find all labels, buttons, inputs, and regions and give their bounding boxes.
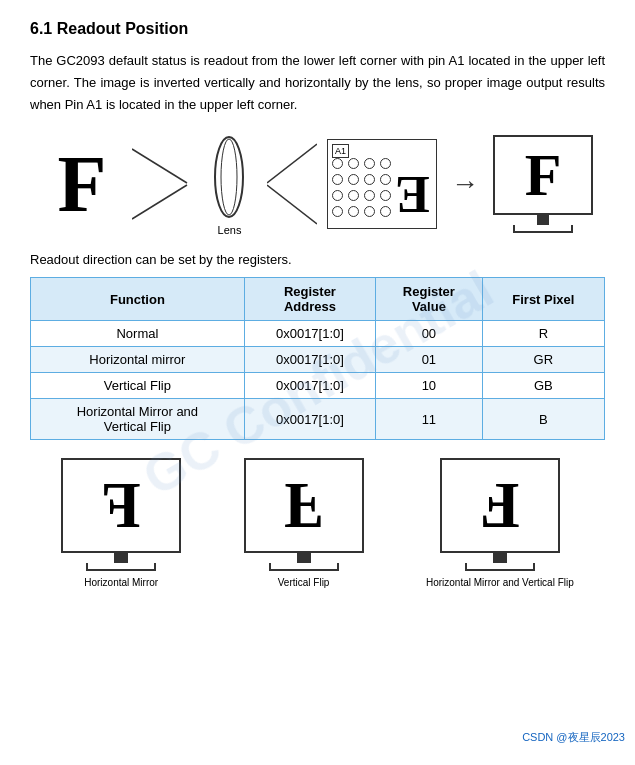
cell-address: 0x0017[1:0] bbox=[244, 321, 375, 347]
monitor-screen-both: F bbox=[440, 458, 560, 553]
monitor-vertical-flip: F Vertical Flip bbox=[244, 458, 364, 588]
cell-pixel: R bbox=[482, 321, 604, 347]
copyright-badge: CSDN @夜星辰2023 bbox=[522, 730, 625, 745]
svg-line-5 bbox=[267, 185, 317, 224]
monitor-neck-hm bbox=[114, 553, 128, 563]
body-paragraph: The GC2093 default status is readout fro… bbox=[30, 50, 605, 116]
svg-point-2 bbox=[215, 137, 243, 217]
monitor-base-hm bbox=[86, 563, 156, 571]
cell-function: Horizontal mirror bbox=[31, 347, 245, 373]
monitor-letter-vf: F bbox=[284, 473, 324, 538]
cell-function: Vertical Flip bbox=[31, 373, 245, 399]
monitor-caption-both: Horizontal Mirror and Vertical Flip bbox=[426, 577, 574, 588]
monitor-screen-hm: F bbox=[61, 458, 181, 553]
cell-address: 0x0017[1:0] bbox=[244, 347, 375, 373]
sensor-a1-label: A1 bbox=[332, 144, 349, 158]
output-monitor: F bbox=[493, 135, 593, 233]
cell-value: 01 bbox=[376, 347, 483, 373]
cell-value: 11 bbox=[376, 399, 483, 440]
example-monitors-row: F Horizontal Mirror F Vertical Flip F Ho… bbox=[30, 458, 605, 588]
cell-value: 00 bbox=[376, 321, 483, 347]
diverging-lines bbox=[267, 139, 317, 229]
cell-pixel: GB bbox=[482, 373, 604, 399]
monitor-letter-f: F bbox=[525, 145, 562, 205]
direction-arrow: → bbox=[451, 168, 479, 200]
table-row: Horizontal mirror 0x0017[1:0] 01 GR bbox=[31, 347, 605, 373]
svg-point-3 bbox=[221, 139, 237, 215]
monitor-letter-hm: F bbox=[101, 473, 141, 538]
col-header-pixel: First Pixel bbox=[482, 278, 604, 321]
table-row: Horizontal Mirror andVertical Flip 0x001… bbox=[31, 399, 605, 440]
monitor-caption-hm: Horizontal Mirror bbox=[84, 577, 158, 588]
monitor-base-vf bbox=[269, 563, 339, 571]
sensor-dots bbox=[332, 158, 394, 220]
monitor-letter-both: F bbox=[480, 473, 520, 538]
monitor-horizontal-mirror: F Horizontal Mirror bbox=[61, 458, 181, 588]
cell-address: 0x0017[1:0] bbox=[244, 373, 375, 399]
cell-pixel: B bbox=[482, 399, 604, 440]
register-table: Function RegisterAddress RegisterValue F… bbox=[30, 277, 605, 440]
svg-line-4 bbox=[267, 144, 317, 183]
cell-function: Normal bbox=[31, 321, 245, 347]
monitor-screen: F bbox=[493, 135, 593, 215]
monitor-both-flip: F Horizontal Mirror and Vertical Flip bbox=[426, 458, 574, 588]
lens-label: Lens bbox=[218, 224, 242, 236]
cell-pixel: GR bbox=[482, 347, 604, 373]
col-header-value: RegisterValue bbox=[376, 278, 483, 321]
col-header-address: RegisterAddress bbox=[244, 278, 375, 321]
monitor-base-both bbox=[465, 563, 535, 571]
readout-diagram: F Lens A1 E → bbox=[30, 132, 605, 236]
monitor-neck bbox=[537, 215, 549, 225]
sensor-letter-inverted: E bbox=[395, 165, 430, 224]
cell-function: Horizontal Mirror andVertical Flip bbox=[31, 399, 245, 440]
cell-value: 10 bbox=[376, 373, 483, 399]
monitor-neck-both bbox=[493, 553, 507, 563]
readout-direction-text: Readout direction can be set by the regi… bbox=[30, 252, 605, 267]
svg-line-0 bbox=[132, 149, 187, 183]
converging-lines bbox=[132, 139, 192, 229]
lens: Lens bbox=[202, 132, 257, 236]
monitor-caption-vf: Vertical Flip bbox=[278, 577, 330, 588]
table-row: Normal 0x0017[1:0] 00 R bbox=[31, 321, 605, 347]
col-header-function: Function bbox=[31, 278, 245, 321]
svg-line-1 bbox=[132, 185, 187, 219]
monitor-base bbox=[513, 225, 573, 233]
table-row: Vertical Flip 0x0017[1:0] 10 GB bbox=[31, 373, 605, 399]
letter-f-original: F bbox=[42, 144, 122, 224]
sensor-box: A1 E bbox=[327, 139, 437, 229]
monitor-screen-vf: F bbox=[244, 458, 364, 553]
section-title: 6.1 Readout Position bbox=[30, 20, 605, 38]
monitor-neck-vf bbox=[297, 553, 311, 563]
cell-address: 0x0017[1:0] bbox=[244, 399, 375, 440]
